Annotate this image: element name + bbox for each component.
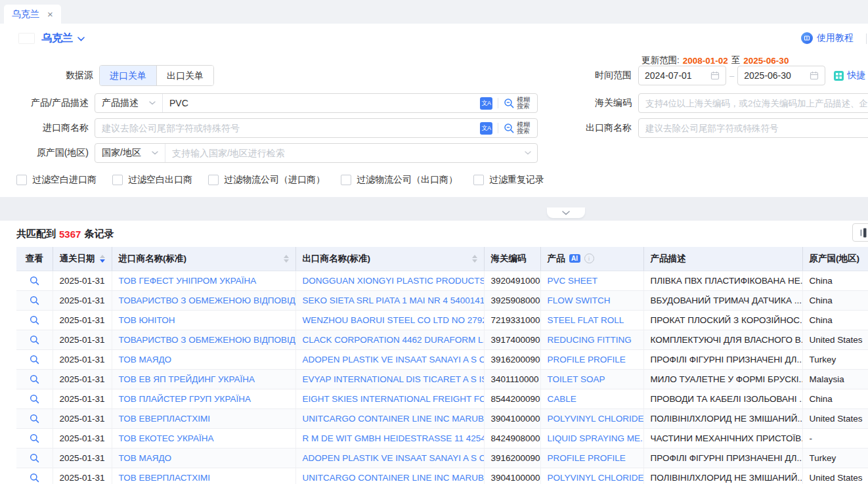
cell-hs-code: 3904100000: [484, 408, 540, 428]
country-selector[interactable]: 乌克兰: [35, 32, 85, 45]
product-link[interactable]: REDUCING FITTING: [548, 335, 632, 345]
importer-link[interactable]: ТОВ МАЯДО: [119, 453, 172, 463]
view-record-button[interactable]: [30, 394, 39, 404]
cell-description: ПОЛІВІНІЛХЛОРИД НЕ ЗМІШАНИЙ...: [643, 408, 802, 428]
importer-link[interactable]: ТОВ ЮНІТОН: [119, 315, 175, 325]
exporter-link[interactable]: R M DE WIT GMBH HEIDESTRASSE 11 4254...: [303, 433, 485, 443]
importer-link[interactable]: ТОВ ПЛАЙСТЕР ГРУП УКРАЇНА: [119, 394, 251, 404]
product-link[interactable]: CABLE: [548, 394, 576, 404]
filter-checkbox[interactable]: 过滤物流公司（出口商）: [341, 174, 458, 186]
view-record-button[interactable]: [30, 453, 39, 463]
view-record-button[interactable]: [30, 414, 39, 424]
view-record-button[interactable]: [30, 335, 39, 345]
exporter-link[interactable]: EIGHT SKIES INTERNATIONAL FREIGHT FOR...: [303, 394, 485, 404]
hs-code-input[interactable]: [638, 93, 868, 113]
fuzzy-search-button[interactable]: 模糊搜索: [504, 97, 531, 110]
exporter-link[interactable]: SEKO SIETA SRL PIATA 1 MAI NR 4 5400141 …: [303, 296, 485, 305]
view-record-button[interactable]: [30, 374, 39, 384]
product-link[interactable]: POLYVINYL CHLORIDE: [548, 414, 644, 424]
cell-hs-code: 8544200090: [484, 389, 540, 408]
close-icon[interactable]: ×: [47, 9, 53, 19]
product-link[interactable]: POLYVINYL CHLORIDE: [548, 473, 644, 483]
col-importer[interactable]: 进口商名称(标准): [112, 247, 295, 271]
importer-link[interactable]: ТОВ ГЕФЕСТ УНІПРОМ УКРАЇНА: [119, 276, 257, 286]
checkbox-icon[interactable]: [208, 175, 219, 185]
product-link[interactable]: PVC SHEET: [548, 276, 598, 286]
col-description: 产品描述: [643, 247, 802, 271]
tab-export-records[interactable]: 出口关单: [156, 66, 213, 85]
importer-link[interactable]: ТОВАРИСТВО З ОБМЕЖЕНОЮ ВІДПОВІД...: [119, 335, 296, 345]
fuzzy-search-button[interactable]: 模糊搜索: [504, 121, 531, 135]
product-field-select[interactable]: 产品描述: [95, 94, 163, 112]
translate-icon[interactable]: 文A: [480, 97, 492, 110]
cell-importer: ТОВ ЕВ ЯП ТРЕЙДИНГ УКРАЇНА: [112, 369, 295, 389]
importer-link[interactable]: ТОВ ЕКОТЕС УКРАЇНА: [119, 433, 214, 443]
filter-checkbox[interactable]: 过滤空白出口商: [112, 174, 192, 186]
filter-checkbox[interactable]: 过滤重复记录: [473, 174, 544, 186]
view-record-button[interactable]: [30, 355, 39, 364]
importer-link[interactable]: ТОВ МАЯДО: [119, 355, 172, 364]
checkbox-label: 过滤物流公司（进口商）: [224, 174, 325, 186]
cell-hs-code: 8424908000: [484, 428, 540, 448]
product-link[interactable]: LIQUID SPRAYING ME...: [548, 433, 644, 443]
end-date-input[interactable]: 2025-06-30: [737, 66, 825, 85]
exporter-link[interactable]: CLACK CORPORATION 4462 DURAFORM L...: [303, 335, 485, 345]
exporter-link[interactable]: ADOPEN PLASTIK VE INSAAT SANAYI A S O...: [303, 355, 485, 364]
view-record-button[interactable]: [30, 276, 39, 286]
chevron-down-icon: [77, 37, 85, 41]
exporter-link[interactable]: DONGGUAN XIONGYI PLASTIC PRODUCTS ...: [303, 276, 485, 286]
table-settings-button[interactable]: [852, 223, 868, 242]
sort-icon[interactable]: [284, 255, 289, 263]
tutorial-button[interactable]: 使用教程: [801, 32, 854, 44]
cell-description: ПРОФІЛІ ФІГУРНІ ПРИЗНАЧЕНІ ДЛ...: [643, 349, 802, 369]
product-link[interactable]: PROFILE PROFILE: [548, 355, 626, 364]
quick-label: 快捷: [847, 70, 865, 81]
importer-link[interactable]: ТОВАРИСТВО З ОБМЕЖЕНОЮ ВІДПОВІД...: [119, 296, 296, 305]
cell-origin: China: [802, 310, 868, 330]
checkbox-icon[interactable]: [112, 175, 123, 185]
filter-checkbox[interactable]: 过滤空白进口商: [16, 174, 97, 186]
info-icon[interactable]: i: [584, 253, 594, 263]
cell-importer: ТОВ ЮНІТОН: [112, 310, 295, 330]
date-range-separator: –: [729, 71, 734, 81]
product-link[interactable]: TOILET SOAP: [548, 374, 605, 384]
checkbox-icon[interactable]: [473, 175, 484, 185]
collapse-filters-button[interactable]: [547, 208, 585, 218]
checkbox-icon[interactable]: [16, 175, 27, 185]
importer-link[interactable]: ТОВ ЕВЕРПЛАСТХІМІ: [119, 473, 210, 483]
exporter-link[interactable]: WENZHOU BAORUI STEEL CO LTD NO 2792...: [303, 315, 485, 325]
product-search-input[interactable]: [163, 98, 480, 108]
quick-select-button[interactable]: 快捷: [834, 70, 865, 81]
view-record-button[interactable]: [30, 433, 39, 443]
records-table: 查看 通关日期 进口商名称(标准) 出口商名称(标准) 海关编码 产品 AI: [16, 247, 868, 484]
product-link[interactable]: STEEL FLAT ROLL: [548, 315, 624, 325]
view-record-button[interactable]: [30, 315, 39, 325]
product-link[interactable]: PROFILE PROFILE: [548, 453, 626, 463]
sort-icon[interactable]: [100, 255, 105, 263]
filter-checkbox[interactable]: 过滤物流公司（进口商）: [208, 174, 325, 186]
tab-ukraine[interactable]: 乌克兰 ×: [4, 5, 61, 24]
view-record-button[interactable]: [30, 473, 39, 483]
exporter-link[interactable]: UNITCARGO CONTAINER LINE INC MARUB...: [303, 414, 485, 424]
origin-country-input[interactable]: [165, 148, 525, 158]
origin-type-select[interactable]: 国家/地区: [95, 144, 165, 162]
product-link[interactable]: FLOW SWITCH: [548, 296, 611, 305]
col-exporter[interactable]: 出口商名称(标准): [295, 247, 484, 271]
exporter-link[interactable]: EVYAP INTERNATIONAL DIS TICARET A S IS..…: [303, 374, 485, 384]
table-row: 2025-01-31 ТОВ МАЯДО ADOPEN PLASTIK VE I…: [16, 349, 868, 369]
view-record-button[interactable]: [30, 296, 39, 305]
exporter-link[interactable]: ADOPEN PLASTIK VE INSAAT SANAYI A S O...: [303, 453, 485, 463]
exporter-link[interactable]: UNITCARGO CONTAINER LINE INC MARUB...: [303, 473, 485, 483]
start-date-input[interactable]: 2024-07-01: [638, 66, 726, 85]
chevron-down-icon[interactable]: [525, 151, 531, 155]
translate-icon[interactable]: 文A: [480, 122, 492, 135]
importer-input[interactable]: [95, 123, 480, 133]
col-date[interactable]: 通关日期: [53, 247, 112, 271]
exporter-input[interactable]: [638, 118, 868, 138]
importer-link[interactable]: ТОВ ЕВ ЯП ТРЕЙДИНГ УКРАЇНА: [119, 374, 255, 384]
cell-product: TOILET SOAP: [540, 369, 643, 389]
importer-link[interactable]: ТОВ ЕВЕРПЛАСТХІМІ: [119, 414, 210, 424]
tab-import-records[interactable]: 进口关单: [100, 66, 156, 85]
checkbox-icon[interactable]: [341, 175, 351, 185]
sort-icon[interactable]: [472, 255, 477, 263]
